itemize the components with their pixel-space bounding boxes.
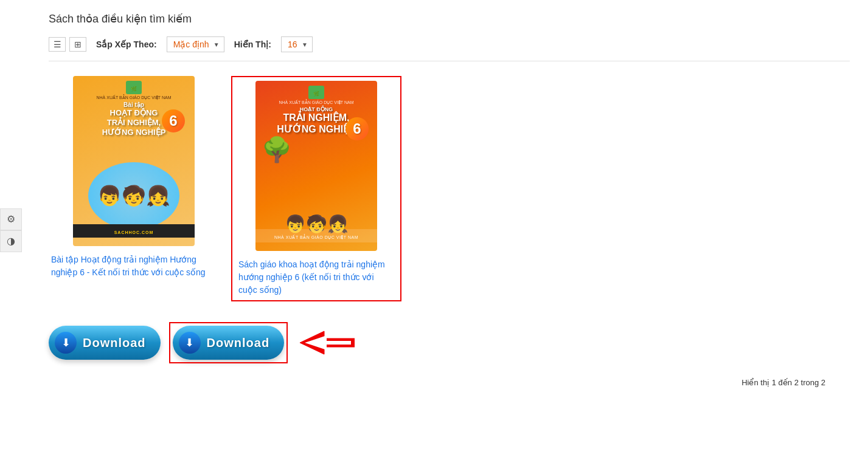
sort-label: Sắp Xếp Theo: [96,39,157,49]
display-select-wrapper: 8 16 24 32 [281,36,313,52]
product-image-wrapper-1: 🌿 NHÀ XUẤT BẢN GIÁO DỤC VIỆT NAM Bài tập… [49,76,219,246]
download-button-2[interactable]: ⬇ Download [173,326,285,360]
download-arrow-icon-2: ⬇ [185,337,194,348]
product-card-2[interactable]: 🌿 NHÀ XUẤT BẢN GIÁO DỤC VIỆT NAM HOẠT ĐỘ… [231,76,401,301]
product-image-wrapper-2: 🌿 NHÀ XUẤT BẢN GIÁO DỤC VIỆT NAM HOẠT ĐỘ… [236,81,397,251]
book-cover-1: 🌿 NHÀ XUẤT BẢN GIÁO DỤC VIỆT NAM Bài tập… [73,76,195,246]
contrast-icon: ◑ [7,235,15,247]
grid-view-button[interactable]: ⊞ [69,37,86,52]
view-toggle: ☰ ⊞ [49,37,86,52]
display-label: Hiển Thị: [234,39,271,49]
download-button-wrapper-2: ⬇ Download [173,326,285,360]
sort-select[interactable]: Mặc định Tên A-Z Tên Z-A [167,36,224,52]
download-icon-circle-1: ⬇ [55,332,77,354]
display-select[interactable]: 8 16 24 32 [281,36,313,52]
product-card-1[interactable]: 🌿 NHÀ XUẤT BẢN GIÁO DỤC VIỆT NAM Bài tập… [49,76,219,301]
download-btn-inner-1: ⬇ Download [49,326,161,360]
book-cover-2: 🌿 NHÀ XUẤT BẢN GIÁO DỤC VIỆT NAM HOẠT ĐỘ… [255,81,377,251]
settings-button[interactable]: ⚙ [0,208,22,230]
sort-select-wrapper: Mặc định Tên A-Z Tên Z-A [167,36,224,52]
left-sidebar: ⚙ ◑ [0,208,22,252]
product-title-2: Sách giáo khoa hoạt động trải nghiệm hướ… [236,258,397,297]
download-icon-circle-2: ⬇ [179,332,201,354]
download-text-1: Download [83,336,146,350]
list-view-button[interactable]: ☰ [49,37,66,52]
gear-icon: ⚙ [7,213,15,225]
pagination-text: Hiển thị 1 đến 2 trong 2 [49,378,850,387]
download-button-1[interactable]: ⬇ Download [49,326,161,360]
download-text-2: Download [207,336,270,350]
red-arrow-indicator [300,329,355,356]
toolbar: ☰ ⊞ Sắp Xếp Theo: Mặc định Tên A-Z Tên Z… [49,36,850,61]
download-button-2-group: ⬇ Download [173,326,355,360]
download-area: ⬇ Download ⬇ Download [49,326,850,360]
page-title: Sách thỏa điều kiện tìm kiếm [49,12,850,26]
products-grid: 🌿 NHÀ XUẤT BẢN GIÁO DỤC VIỆT NAM Bài tập… [49,76,850,301]
download-btn-inner-2: ⬇ Download [173,326,285,360]
main-content: Sách thỏa điều kiện tìm kiếm ☰ ⊞ Sắp Xếp… [30,0,868,399]
arrow-svg [300,329,355,356]
contrast-button[interactable]: ◑ [0,230,22,252]
download-button-wrapper-1: ⬇ Download [49,326,161,360]
download-arrow-icon-1: ⬇ [61,337,71,348]
product-title-1: Bài tập Hoạt động trải nghiệm Hướng nghi… [49,253,219,279]
